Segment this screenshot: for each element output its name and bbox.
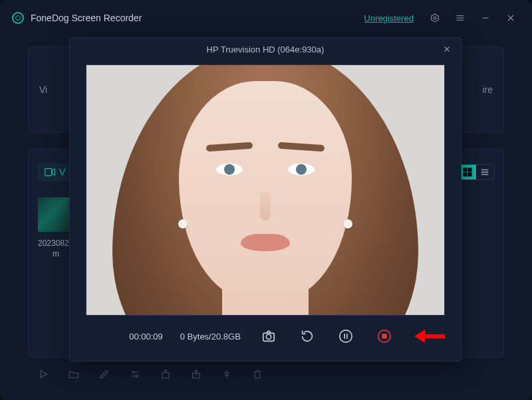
library-tab-video[interactable]: V bbox=[38, 163, 72, 181]
app-logo-icon bbox=[12, 12, 24, 24]
svg-rect-38 bbox=[382, 334, 386, 338]
svg-point-34 bbox=[340, 330, 352, 342]
adjust-icon[interactable] bbox=[128, 367, 142, 381]
svg-point-1 bbox=[434, 17, 436, 19]
share-icon[interactable] bbox=[189, 367, 203, 381]
library-tab-label: V bbox=[59, 167, 65, 177]
svg-rect-12 bbox=[464, 173, 467, 176]
elapsed-time: 00:00:09 bbox=[129, 332, 163, 342]
play-icon[interactable] bbox=[36, 367, 51, 381]
preview-face-shape bbox=[179, 81, 352, 300]
stop-button[interactable] bbox=[374, 326, 395, 347]
modal-title: HP Truevision HD (064e:930a) bbox=[207, 45, 325, 54]
restart-icon[interactable] bbox=[297, 326, 318, 347]
preview-eye bbox=[216, 163, 243, 175]
settings-gear-icon[interactable] bbox=[426, 9, 444, 27]
pause-button[interactable] bbox=[335, 326, 356, 347]
titlebar: FoneDog Screen Recorder Unregistered bbox=[0, 0, 532, 36]
svg-rect-10 bbox=[464, 168, 467, 171]
svg-rect-11 bbox=[468, 168, 471, 171]
recording-controls: 00:00:09 0 Bytes/20.8GB bbox=[70, 316, 461, 357]
app-title: FoneDog Screen Recorder bbox=[31, 13, 142, 23]
preview-eye bbox=[288, 163, 315, 175]
modal-titlebar: HP Truevision HD (064e:930a) bbox=[70, 38, 461, 60]
view-toggle bbox=[458, 164, 494, 180]
size-status: 0 Bytes/20.8GB bbox=[180, 332, 241, 342]
edit-icon[interactable] bbox=[97, 367, 112, 381]
minimize-button[interactable] bbox=[476, 9, 495, 27]
preview-earring bbox=[178, 219, 188, 229]
unregistered-link[interactable]: Unregistered bbox=[364, 13, 414, 23]
svg-marker-0 bbox=[432, 14, 439, 22]
app-window: FoneDog Screen Recorder Unregistered Vi … bbox=[0, 0, 532, 400]
tutorial-arrow-icon bbox=[414, 331, 448, 342]
webcam-preview bbox=[86, 64, 445, 316]
export-icon[interactable] bbox=[158, 367, 173, 381]
svg-marker-9 bbox=[52, 169, 55, 175]
svg-point-33 bbox=[266, 334, 271, 339]
panel-video-label: Vi bbox=[39, 84, 47, 95]
close-button[interactable] bbox=[501, 9, 520, 27]
menu-icon[interactable] bbox=[451, 9, 469, 27]
modal-close-button[interactable] bbox=[440, 42, 454, 56]
svg-rect-27 bbox=[255, 371, 260, 378]
folder-icon[interactable] bbox=[66, 367, 81, 381]
webcam-preview-modal: HP Truevision HD (064e:930a) 00:00:09 0 … bbox=[69, 37, 462, 361]
svg-rect-13 bbox=[468, 173, 471, 176]
preview-earring bbox=[343, 219, 352, 229]
snapshot-camera-icon[interactable] bbox=[258, 326, 279, 347]
compress-icon[interactable] bbox=[219, 367, 234, 381]
preview-lips bbox=[241, 234, 290, 251]
delete-icon[interactable] bbox=[250, 367, 265, 381]
panel-right-label: ire bbox=[482, 84, 493, 95]
preview-nose bbox=[260, 191, 271, 221]
svg-rect-8 bbox=[45, 169, 52, 176]
svg-marker-17 bbox=[41, 371, 47, 378]
list-view-button[interactable] bbox=[476, 165, 493, 179]
bottom-toolbar bbox=[28, 363, 504, 385]
